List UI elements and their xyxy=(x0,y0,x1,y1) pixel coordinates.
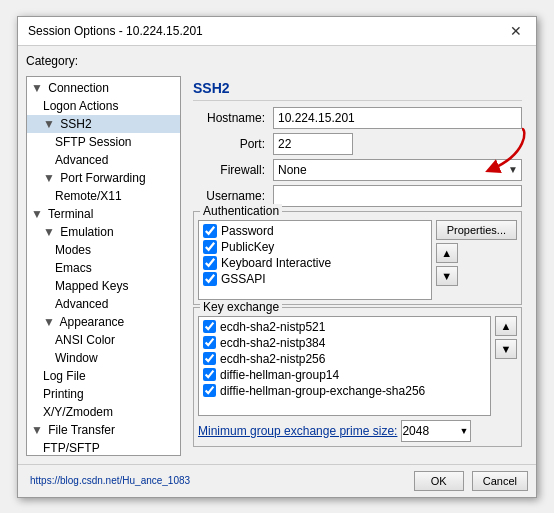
auth-checkbox-gssapi[interactable] xyxy=(203,272,217,286)
min-group-row: Minimum group exchange prime size: 1024 … xyxy=(198,420,517,442)
tree-item-ftp-sftp[interactable]: FTP/SFTP xyxy=(27,439,180,456)
key-item-nistp521: ecdh-sha2-nistp521 xyxy=(203,319,486,335)
key-exchange-content: ecdh-sha2-nistp521 ecdh-sha2-nistp384 ec… xyxy=(198,316,517,416)
tree-item-appearance[interactable]: ▼ Appearance xyxy=(27,313,180,331)
key-up-button[interactable]: ▲ xyxy=(495,316,517,336)
toggle-file-transfer: ▼ xyxy=(31,423,43,437)
key-list: ecdh-sha2-nistp521 ecdh-sha2-nistp384 ec… xyxy=(198,316,491,416)
auth-checkbox-publickey[interactable] xyxy=(203,240,217,254)
key-exchange-buttons: ▲ ▼ xyxy=(495,316,517,416)
tree-item-printing[interactable]: Printing xyxy=(27,385,180,403)
key-item-nistp384: ecdh-sha2-nistp384 xyxy=(203,335,486,351)
key-checkbox-nistp384[interactable] xyxy=(203,336,216,349)
key-checkbox-group14[interactable] xyxy=(203,368,216,381)
key-down-button[interactable]: ▼ xyxy=(495,339,517,359)
tree-item-ansi-color[interactable]: ANSI Color xyxy=(27,331,180,349)
tree-item-emulation[interactable]: ▼ Emulation xyxy=(27,223,180,241)
tree-item-file-transfer[interactable]: ▼ File Transfer xyxy=(27,421,180,439)
key-checkbox-nistp256[interactable] xyxy=(203,352,216,365)
title-bar: Session Options - 10.224.15.201 ✕ xyxy=(18,17,536,46)
footer-note: https://blog.csdn.net/Hu_ance_1083 xyxy=(26,475,406,486)
min-group-select[interactable]: 1024 2048 4096 xyxy=(401,420,471,442)
auth-label-gssapi: GSSAPI xyxy=(221,272,266,286)
tree-item-modes[interactable]: Modes xyxy=(27,241,180,259)
key-item-group14: diffie-hellman-group14 xyxy=(203,367,486,383)
red-arrow-indicator xyxy=(452,124,532,179)
tree-item-emacs[interactable]: Emacs xyxy=(27,259,180,277)
tree-item-log-file[interactable]: Log File xyxy=(27,367,180,385)
tree-item-window[interactable]: Window xyxy=(27,349,180,367)
dialog-footer: https://blog.csdn.net/Hu_ance_1083 OK Ca… xyxy=(18,464,536,497)
key-label-group14: diffie-hellman-group14 xyxy=(220,368,339,382)
tree-item-xy-zmodem[interactable]: X/Y/Zmodem xyxy=(27,403,180,421)
key-item-nistp256: ecdh-sha2-nistp256 xyxy=(203,351,486,367)
toggle-connection: ▼ xyxy=(31,81,43,95)
auth-title: Authentication xyxy=(200,204,282,218)
close-button[interactable]: ✕ xyxy=(506,23,526,39)
tree-item-remote-x11[interactable]: Remote/X11 xyxy=(27,187,180,205)
dialog-body: Category: ▼ Connection Logon Actions ▼ S… xyxy=(18,46,536,464)
firewall-label: Firewall: xyxy=(193,163,273,177)
auth-up-button[interactable]: ▲ xyxy=(436,243,458,263)
category-panel: ▼ Connection Logon Actions ▼ SSH2 SFTP S… xyxy=(26,76,181,456)
category-label: Category: xyxy=(26,54,528,68)
key-exchange-title: Key exchange xyxy=(200,300,282,314)
toggle-ssh2: ▼ xyxy=(43,117,55,131)
auth-down-button[interactable]: ▼ xyxy=(436,266,458,286)
auth-list: Password PublicKey Keyboard Interactive xyxy=(198,220,432,300)
main-content: ▼ Connection Logon Actions ▼ SSH2 SFTP S… xyxy=(26,76,528,456)
tree-item-advanced[interactable]: Advanced xyxy=(27,151,180,169)
auth-item-publickey: PublicKey xyxy=(203,239,427,255)
auth-item-password: Password xyxy=(203,223,427,239)
tree-item-ssh2[interactable]: ▼ SSH2 xyxy=(27,115,180,133)
username-input[interactable] xyxy=(273,185,522,207)
key-label-nistp384: ecdh-sha2-nistp384 xyxy=(220,336,325,350)
port-label: Port: xyxy=(193,137,273,151)
authentication-section: Authentication Password PublicKey xyxy=(193,211,522,305)
toggle-emulation: ▼ xyxy=(43,225,55,239)
auth-label-keyboard: Keyboard Interactive xyxy=(221,256,331,270)
port-input[interactable] xyxy=(273,133,353,155)
key-label-nistp256: ecdh-sha2-nistp256 xyxy=(220,352,325,366)
ok-button[interactable]: OK xyxy=(414,471,464,491)
auth-content: Password PublicKey Keyboard Interactive xyxy=(198,220,517,300)
auth-checkbox-password[interactable] xyxy=(203,224,217,238)
tree-item-mapped-keys[interactable]: Mapped Keys xyxy=(27,277,180,295)
auth-label-password: Password xyxy=(221,224,274,238)
key-label-group-exchange: diffie-hellman-group-exchange-sha256 xyxy=(220,384,425,398)
tree-item-sftp-session[interactable]: SFTP Session xyxy=(27,133,180,151)
key-exchange-section: Key exchange ecdh-sha2-nistp521 ecdh-sha… xyxy=(193,307,522,447)
key-checkbox-group-exchange[interactable] xyxy=(203,384,216,397)
tree-item-logon-actions[interactable]: Logon Actions xyxy=(27,97,180,115)
username-label: Username: xyxy=(193,189,273,203)
key-label-nistp521: ecdh-sha2-nistp521 xyxy=(220,320,325,334)
tree-item-advanced2[interactable]: Advanced xyxy=(27,295,180,313)
auth-label-publickey: PublicKey xyxy=(221,240,274,254)
hostname-label: Hostname: xyxy=(193,111,273,125)
key-checkbox-nistp521[interactable] xyxy=(203,320,216,333)
firewall-row: Firewall: None SOCKS4 SOCKS5 HTTP ▼ xyxy=(193,159,522,181)
toggle-terminal: ▼ xyxy=(31,207,43,221)
tree-item-connection[interactable]: ▼ Connection xyxy=(27,79,180,97)
right-panel: SSH2 Hostname: Port: Firewall: xyxy=(187,76,528,456)
auth-buttons: Properties... ▲ ▼ xyxy=(436,220,517,300)
tree-item-terminal[interactable]: ▼ Terminal xyxy=(27,205,180,223)
key-item-group-exchange: diffie-hellman-group-exchange-sha256 xyxy=(203,383,486,399)
dialog-title: Session Options - 10.224.15.201 xyxy=(28,24,203,38)
ssh2-section-title: SSH2 xyxy=(193,80,522,101)
auth-item-keyboard-interactive: Keyboard Interactive xyxy=(203,255,427,271)
tree-item-port-forwarding[interactable]: ▼ Port Forwarding xyxy=(27,169,180,187)
cancel-button[interactable]: Cancel xyxy=(472,471,528,491)
session-options-dialog: Session Options - 10.224.15.201 ✕ Catego… xyxy=(17,16,537,498)
auth-item-gssapi: GSSAPI xyxy=(203,271,427,287)
properties-button[interactable]: Properties... xyxy=(436,220,517,240)
toggle-appearance: ▼ xyxy=(43,315,55,329)
auth-checkbox-keyboard[interactable] xyxy=(203,256,217,270)
right-panel-inner: SSH2 Hostname: Port: Firewall: xyxy=(187,76,528,451)
min-group-label[interactable]: Minimum group exchange prime size: xyxy=(198,424,397,438)
toggle-port-forwarding: ▼ xyxy=(43,171,55,185)
